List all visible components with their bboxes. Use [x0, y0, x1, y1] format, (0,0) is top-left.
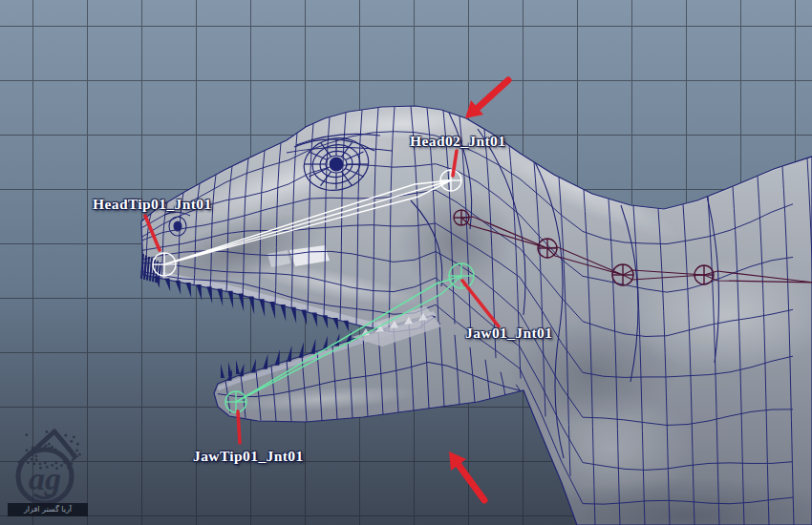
viewport-canvas[interactable]: ag: [0, 0, 812, 525]
joint-neck03[interactable]: [612, 264, 633, 285]
joint-neck01[interactable]: [454, 210, 469, 225]
joint-headtip[interactable]: [153, 253, 176, 276]
watermark-caption: آریا گستر افزار: [8, 503, 88, 516]
joint-neck02[interactable]: [538, 239, 557, 258]
joint-head02[interactable]: [440, 170, 461, 191]
joint-jaw01[interactable]: [449, 263, 474, 288]
joint-jawtip[interactable]: [225, 391, 246, 412]
joint-neck04[interactable]: [694, 265, 714, 284]
logo-monogram: ag: [29, 461, 61, 496]
maya-viewport[interactable]: ag HeadTip01_Jnt01 Head02_Jnt01 Jaw01_Jn…: [0, 0, 812, 525]
leader-line: [238, 411, 240, 443]
